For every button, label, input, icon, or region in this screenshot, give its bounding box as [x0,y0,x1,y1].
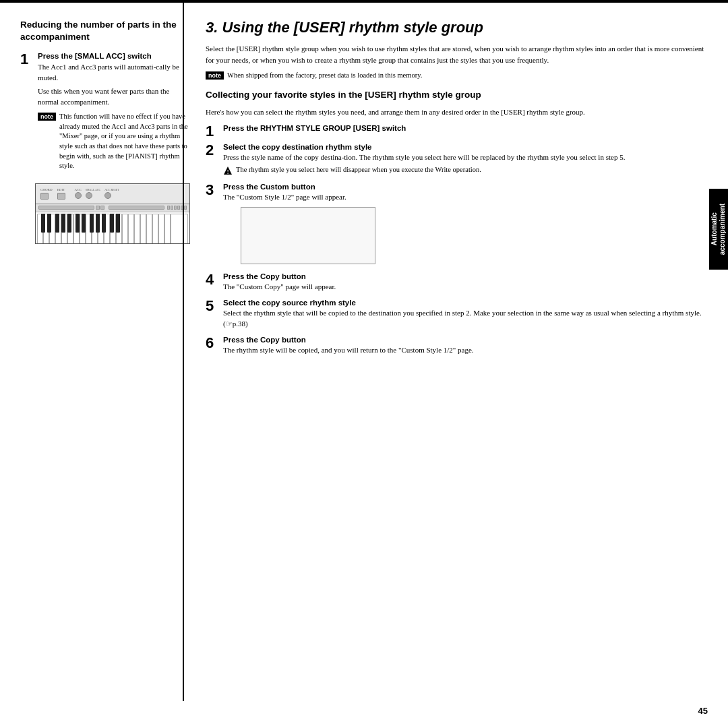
subsection-title: Collecting your favorite styles in the [… [206,89,708,101]
right-step-3-content: Press the Custom button The "Custom Styl… [223,183,708,268]
right-step-6-heading: Press the Copy button [223,336,708,344]
right-step-6-content: Press the Copy button The rhythm style w… [223,336,708,358]
right-column: 3. Using the [USER] rhythm style group S… [206,19,708,715]
side-tab-line2: accompaniment [719,204,726,255]
right-step-2-content: Select the copy destination rhythm style… [223,143,708,179]
left-step-1-content: Press the [SMALL ACC] switch The Acc1 an… [38,52,192,177]
right-step-4-para: The "Custom Copy" page will appear. [223,282,708,293]
right-step-1-heading: Press the RHYTHM STYLE GROUP [USER] swit… [223,124,708,132]
right-step-3-number: 3 [206,183,218,198]
warning-text: The rhythm style you select here will di… [236,165,481,175]
right-note-block: note When shipped from the factory, pres… [206,71,708,81]
left-step-1-para2: Use this when you want fewer parts than … [38,86,192,108]
screen-display-box [241,207,375,264]
warning-icon: ! [223,166,233,175]
left-step-1: 1 Press the [SMALL ACC] switch The Acc1 … [20,52,192,177]
left-step-1-number: 1 [20,52,32,177]
right-step-4-number: 4 [206,272,218,287]
right-step-2-heading: Select the copy destination rhythm style [223,143,708,151]
right-step-2: 2 Select the copy destination rhythm sty… [206,143,708,179]
right-step-5-number: 5 [206,299,218,313]
vertical-separator [183,0,184,701]
right-note-text: When shipped from the factory, preset da… [227,71,422,81]
note-badge: note [38,113,56,121]
right-step-6-number: 6 [206,336,218,351]
right-step-1-number: 1 [206,124,218,139]
content-area: Reducing the number of parts in the acco… [0,3,728,728]
section-title-text: Using the [USER] rhythm style group [222,19,483,36]
svg-text:!: ! [227,169,229,175]
right-steps: 1 Press the RHYTHM STYLE GROUP [USER] sw… [206,124,708,358]
right-step-5-para: Select the rhythm style that will be cop… [223,308,708,330]
left-note-block: note This function will have no effect i… [38,112,192,171]
section-number: 3. [206,19,218,36]
right-step-5: 5 Select the copy source rhythm style Se… [206,299,708,332]
keyboard-illustration: CHORD EDIT ACC SMALL ACC [35,183,190,244]
right-step-4-content: Press the Copy button The "Custom Copy" … [223,272,708,295]
right-step-5-heading: Select the copy source rhythm style [223,299,708,307]
subsection-intro: Here's how you can select the rhythm sty… [206,107,708,118]
right-step-6-para: The rhythm style will be copied, and you… [223,345,708,356]
right-step-3-para: The "Custom Style 1/2" page will appear. [223,192,708,203]
side-tab: Automatic accompaniment [709,189,728,270]
right-step-2-number: 2 [206,143,218,158]
page-number: 45 [698,706,708,716]
side-tab-text: Automatic accompaniment [710,204,727,255]
right-step-3-heading: Press the Custom button [223,183,708,191]
left-column: Reducing the number of parts in the acco… [20,19,192,715]
right-section-title: 3. Using the [USER] rhythm style group [206,19,708,36]
warning-block: ! The rhythm style you select here will … [223,165,708,175]
right-step-3: 3 Press the Custom button The "Custom St… [206,183,708,268]
note-text: This function will have no effect if you… [59,112,192,171]
right-step-4: 4 Press the Copy button The "Custom Copy… [206,272,708,295]
right-step-1: 1 Press the RHYTHM STYLE GROUP [USER] sw… [206,124,708,139]
keyboard-top-panel: CHORD EDIT ACC SMALL ACC [36,184,189,204]
right-step-6: 6 Press the Copy button The rhythm style… [206,336,708,358]
right-intro-text: Select the [USER] rhythm style group whe… [206,43,708,65]
keyboard-keys [36,212,189,244]
right-step-2-para: Press the style name of the copy destina… [223,152,708,163]
left-section-title: Reducing the number of parts in the acco… [20,19,192,42]
page-container: Reducing the number of parts in the acco… [0,0,728,728]
side-tab-line1: Automatic [710,213,718,246]
right-step-4-heading: Press the Copy button [223,272,708,280]
left-step-1-para1: The Acc1 and Acc3 parts will automati-ca… [38,62,192,84]
right-step-5-content: Select the copy source rhythm style Sele… [223,299,708,332]
right-note-badge: note [206,71,224,80]
left-step-1-heading: Press the [SMALL ACC] switch [38,52,192,60]
right-step-1-content: Press the RHYTHM STYLE GROUP [USER] swit… [223,124,708,133]
